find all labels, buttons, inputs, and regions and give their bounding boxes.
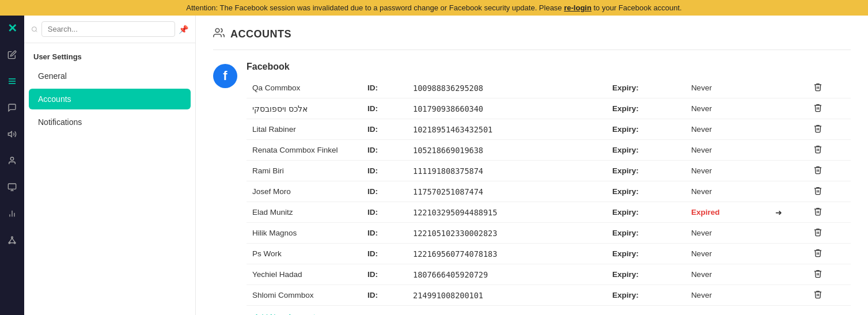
table-row: Yechiel Hadad ID: 1807666405920729 Expir…	[247, 264, 851, 285]
delete-icon[interactable]	[808, 285, 851, 306]
table-row: Shlomi Commbox ID: 214991008200101 Expir…	[247, 285, 851, 306]
page-title: ACCOUNTS	[230, 28, 291, 40]
account-id: 122105102330002823	[407, 223, 607, 244]
expiry-label: Expiry:	[607, 223, 685, 244]
delete-icon[interactable]	[808, 119, 851, 140]
account-id: 105218669019638	[407, 140, 607, 161]
expiry-value: Never	[685, 119, 770, 140]
table-row: Hilik Magnos ID: 122105102330002823 Expi…	[247, 223, 851, 244]
table-row: Renata Commbox Finkel ID: 10521866901963…	[247, 140, 851, 161]
id-label: ID:	[362, 244, 407, 264]
table-row: Lital Rabiner ID: 10218951463432501 Expi…	[247, 119, 851, 140]
monitor-icon[interactable]	[4, 179, 20, 195]
empty-cell	[770, 223, 808, 244]
svg-line-14	[9, 238, 12, 242]
account-name: Renata Commbox Finkel	[247, 140, 362, 161]
menu-icon[interactable]	[4, 73, 20, 89]
chart-icon[interactable]	[4, 206, 20, 222]
expiry-label: Expiry:	[607, 202, 685, 223]
id-label: ID:	[362, 223, 407, 244]
account-name: Yechiel Hadad	[247, 264, 362, 285]
table-row: Elad Munitz ID: 122103295094488915 Expir…	[247, 202, 851, 223]
empty-cell	[770, 161, 808, 181]
delete-icon[interactable]	[808, 98, 851, 119]
expiry-label: Expiry:	[607, 161, 685, 181]
id-label: ID:	[362, 202, 407, 223]
expiry-label: Expiry:	[607, 78, 685, 98]
delete-icon[interactable]	[808, 181, 851, 202]
icon-nav: ✕	[0, 16, 24, 315]
expiry-value: Expired	[685, 202, 770, 223]
account-name: Shlomi Commbox	[247, 285, 362, 306]
id-label: ID:	[362, 264, 407, 285]
empty-cell	[770, 181, 808, 202]
svg-line-18	[36, 31, 37, 32]
banner-text: Attention: The Facebook session was inva…	[186, 3, 564, 12]
relogin-icon[interactable]: ➜	[770, 202, 808, 223]
contacts-icon[interactable]	[4, 153, 20, 169]
expiry-value: Never	[685, 244, 770, 264]
expiry-value: Never	[685, 140, 770, 161]
pin-icon: 📌	[179, 25, 188, 34]
account-id: 122169560774078183	[407, 244, 607, 264]
delete-icon[interactable]	[808, 202, 851, 223]
svg-point-19	[215, 29, 219, 33]
chat-icon[interactable]	[4, 100, 20, 116]
accounts-header-icon	[213, 27, 225, 41]
svg-marker-3	[8, 131, 12, 136]
expiry-value: Never	[685, 98, 770, 119]
edit-icon[interactable]	[4, 47, 20, 63]
sidebar: 📌 User Settings General Accounts Notific…	[24, 16, 196, 315]
facebook-icon: f	[213, 64, 237, 88]
page-header: ACCOUNTS	[213, 27, 851, 50]
expiry-label: Expiry:	[607, 181, 685, 202]
facebook-title: Facebook	[247, 62, 851, 72]
account-name: Ps Work	[247, 244, 362, 264]
attention-banner: Attention: The Facebook session was inva…	[0, 0, 868, 16]
network-icon[interactable]	[4, 232, 20, 248]
svg-point-17	[32, 26, 36, 31]
main-content: ACCOUNTS f Facebook Qa Commbox ID: 10098…	[196, 16, 868, 315]
delete-icon[interactable]	[808, 223, 851, 244]
expiry-label: Expiry:	[607, 140, 685, 161]
id-label: ID:	[362, 98, 407, 119]
account-name: Lital Rabiner	[247, 119, 362, 140]
account-id: 10218951463432501	[407, 119, 607, 140]
delete-icon[interactable]	[808, 78, 851, 98]
id-label: ID:	[362, 161, 407, 181]
delete-icon[interactable]	[808, 140, 851, 161]
sidebar-item-notifications[interactable]: Notifications	[29, 112, 191, 132]
svg-line-15	[12, 238, 15, 242]
app-body: ✕ 📌 User Settings	[0, 16, 868, 315]
add-account-button[interactable]: + Add New Account	[247, 309, 316, 315]
account-name: אלכס ויספובסקי	[247, 98, 362, 119]
account-id: 111191808375874	[407, 161, 607, 181]
relogin-link[interactable]: re-login	[564, 3, 592, 12]
expiry-label: Expiry:	[607, 98, 685, 119]
sidebar-item-accounts[interactable]: Accounts	[29, 89, 191, 109]
sidebar-search-bar: 📌	[24, 16, 195, 43]
table-row: Josef Moro ID: 117570251087474 Expiry: N…	[247, 181, 851, 202]
facebook-section: f Facebook Qa Commbox ID: 10098883629520…	[213, 62, 851, 315]
sidebar-item-general[interactable]: General	[29, 66, 191, 86]
svg-rect-5	[8, 184, 16, 189]
expiry-label: Expiry:	[607, 264, 685, 285]
sidebar-section-title: User Settings	[24, 43, 195, 64]
svg-point-11	[12, 237, 13, 238]
table-row: Ps Work ID: 122169560774078183 Expiry: N…	[247, 244, 851, 264]
app-logo[interactable]: ✕	[4, 20, 20, 36]
table-row: Qa Commbox ID: 100988836295208 Expiry: N…	[247, 78, 851, 98]
delete-icon[interactable]	[808, 264, 851, 285]
account-id: 1807666405920729	[407, 264, 607, 285]
account-name: Rami Biri	[247, 161, 362, 181]
search-input[interactable]	[41, 21, 175, 37]
id-label: ID:	[362, 181, 407, 202]
delete-icon[interactable]	[808, 244, 851, 264]
expiry-label: Expiry:	[607, 244, 685, 264]
account-id: 117570251087474	[407, 181, 607, 202]
expiry-value: Never	[685, 78, 770, 98]
delete-icon[interactable]	[808, 161, 851, 181]
account-id: 214991008200101	[407, 285, 607, 306]
expiry-value: Never	[685, 181, 770, 202]
megaphone-icon[interactable]	[4, 126, 20, 142]
